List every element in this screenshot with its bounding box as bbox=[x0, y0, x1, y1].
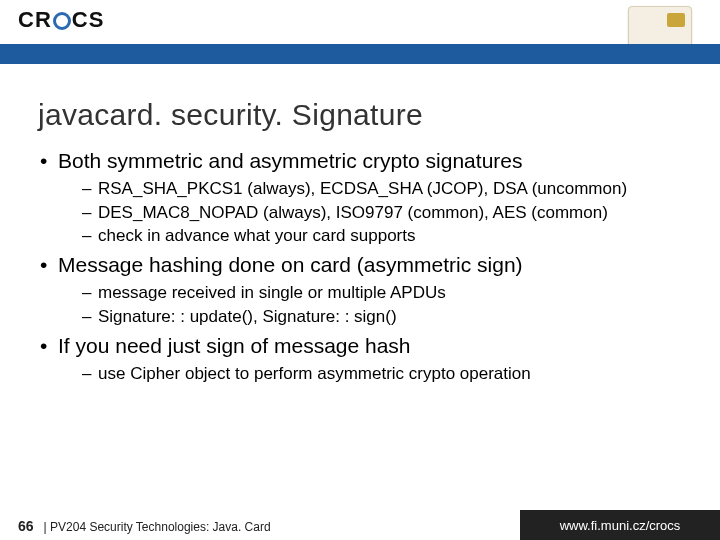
slide-content: Both symmetric and asymmetric crypto sig… bbox=[38, 148, 678, 390]
bullet-text: If you need just sign of message hash bbox=[58, 334, 411, 357]
footer: 66 | PV204 Security Technologies: Java. … bbox=[0, 510, 720, 540]
sub-list: message received in single or multiple A… bbox=[82, 282, 678, 327]
crocs-logo: CR CS bbox=[18, 6, 104, 34]
list-item: RSA_SHA_PKCS1 (always), ECDSA_SHA (JCOP)… bbox=[82, 178, 678, 199]
logo-text: CR CS bbox=[18, 7, 104, 33]
slide-title: javacard. security. Signature bbox=[38, 98, 423, 132]
list-item: message received in single or multiple A… bbox=[82, 282, 678, 303]
footer-site: www.fi.muni.cz/crocs bbox=[520, 510, 720, 540]
slide-number: 66 bbox=[18, 518, 34, 534]
logo-part-1: CR bbox=[18, 7, 52, 33]
sub-list: use Cipher object to perform asymmetric … bbox=[82, 363, 678, 384]
bullet-list: Both symmetric and asymmetric crypto sig… bbox=[38, 148, 678, 384]
header-bar: CR CS bbox=[0, 0, 720, 44]
list-item: If you need just sign of message hash us… bbox=[38, 333, 678, 385]
bullet-text: Both symmetric and asymmetric crypto sig… bbox=[58, 149, 522, 172]
list-item: DES_MAC8_NOPAD (always), ISO9797 (common… bbox=[82, 202, 678, 223]
smartcard-icon bbox=[628, 6, 692, 48]
footer-left: 66 | PV204 Security Technologies: Java. … bbox=[18, 518, 271, 534]
logo-ring-icon bbox=[53, 12, 71, 30]
header-stripe bbox=[0, 44, 720, 64]
sub-list: RSA_SHA_PKCS1 (always), ECDSA_SHA (JCOP)… bbox=[82, 178, 678, 246]
list-item: use Cipher object to perform asymmetric … bbox=[82, 363, 678, 384]
slide: CR CS javacard. security. Signature Both… bbox=[0, 0, 720, 540]
footer-course: | PV204 Security Technologies: Java. Car… bbox=[44, 520, 271, 534]
list-item: Both symmetric and asymmetric crypto sig… bbox=[38, 148, 678, 246]
list-item: Signature: : update(), Signature: : sign… bbox=[82, 306, 678, 327]
list-item: Message hashing done on card (asymmetric… bbox=[38, 252, 678, 327]
list-item: check in advance what your card supports bbox=[82, 225, 678, 246]
logo-part-2: CS bbox=[72, 7, 105, 33]
chip-contact-icon bbox=[667, 13, 685, 27]
bullet-text: Message hashing done on card (asymmetric… bbox=[58, 253, 523, 276]
